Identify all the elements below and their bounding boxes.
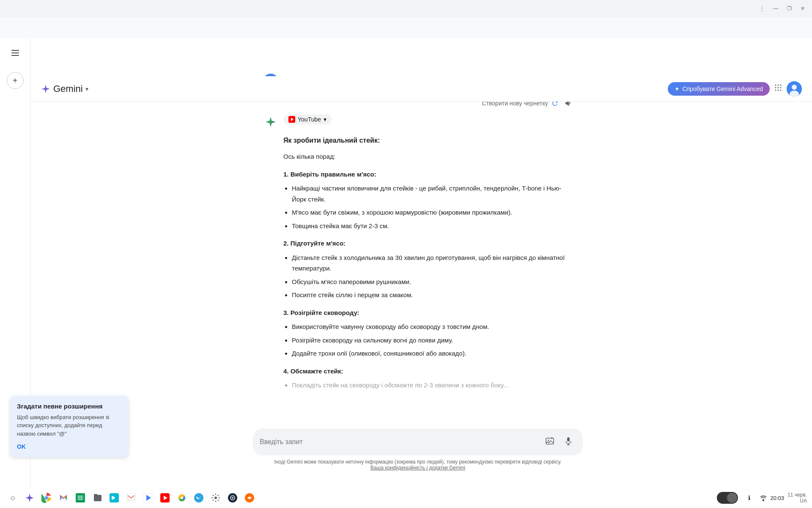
svg-point-49 bbox=[214, 497, 217, 499]
minimize-button[interactable]: — bbox=[770, 3, 782, 14]
taskbar-sheets-icon[interactable] bbox=[73, 490, 88, 505]
restore-button[interactable]: ❐ bbox=[783, 3, 795, 14]
plus-icon: + bbox=[13, 76, 18, 86]
list-item: Додайте трохи олії (оливкової, соняшнико… bbox=[292, 348, 573, 359]
query-input[interactable] bbox=[260, 438, 539, 446]
list-item: Обсушіть м'ясо паперовими рушниками. bbox=[292, 276, 573, 287]
taskbar-files-icon[interactable] bbox=[90, 490, 105, 505]
gemini-logo-icon bbox=[41, 84, 51, 94]
tooltip-title: Згадати певне розширення bbox=[17, 403, 122, 410]
gemini-logo[interactable]: Gemini ▾ bbox=[41, 83, 88, 94]
list-item: Найкращі частини яловичини для стейків -… bbox=[292, 183, 573, 204]
svg-rect-34 bbox=[77, 497, 83, 498]
taskbar-left: ○ bbox=[5, 490, 257, 505]
taskbar-status-area[interactable] bbox=[760, 494, 767, 501]
close-icon: ✕ bbox=[801, 6, 805, 11]
source-badge[interactable]: YouTube ▾ bbox=[283, 114, 332, 124]
gemini-response-icon bbox=[263, 114, 278, 130]
hamburger-button[interactable] bbox=[7, 45, 24, 62]
gemini-diamond-icon bbox=[265, 116, 277, 128]
hamburger-icon bbox=[11, 49, 19, 58]
user-avatar[interactable] bbox=[787, 81, 802, 97]
tooltip-popup: Згадати певне розширення Щоб швидко вибр… bbox=[10, 396, 129, 458]
taskbar-darkmode-toggle[interactable] bbox=[717, 492, 738, 504]
svg-rect-40 bbox=[112, 496, 113, 500]
taskbar-settings-icon[interactable] bbox=[208, 490, 223, 505]
image-icon bbox=[545, 436, 554, 448]
svg-point-9 bbox=[775, 90, 776, 91]
svg-rect-36 bbox=[79, 496, 80, 500]
list-item: М'ясо має бути свіжим, з хорошою мармуро… bbox=[292, 207, 573, 218]
section-3-heading: 3. Розігрійте сковороду: bbox=[283, 307, 573, 318]
list-item: Розігрійте сковороду на сильному вогні д… bbox=[292, 335, 573, 346]
list-item: Посипте стейк сіллю і перцем за смаком. bbox=[292, 290, 573, 301]
svg-point-3 bbox=[775, 85, 776, 86]
taskbar-search-button[interactable]: ○ bbox=[5, 490, 20, 505]
svg-point-6 bbox=[775, 87, 776, 88]
more-icon: ⋮ bbox=[760, 6, 765, 11]
image-upload-button[interactable] bbox=[542, 434, 557, 450]
svg-rect-35 bbox=[77, 499, 83, 500]
section-2-heading: 2. Підготуйте м'ясо: bbox=[283, 238, 573, 249]
section-2-list: Дістаньте стейк з холодильника за 30 хви… bbox=[283, 252, 573, 301]
svg-point-48 bbox=[194, 493, 203, 502]
svg-rect-20 bbox=[546, 438, 554, 444]
taskbar-play-icon[interactable] bbox=[140, 490, 156, 505]
tooltip-ok-button[interactable]: OK bbox=[17, 443, 26, 450]
taskbar-other-icon[interactable] bbox=[242, 490, 257, 505]
taskbar-notification-icon[interactable]: ℹ bbox=[741, 490, 757, 505]
section-1-list: Найкращі частини яловичини для стейків -… bbox=[283, 183, 573, 231]
gemini-dropdown-icon[interactable]: ▾ bbox=[85, 86, 88, 92]
svg-point-11 bbox=[780, 90, 782, 91]
svg-point-8 bbox=[780, 87, 782, 88]
svg-point-47 bbox=[181, 497, 183, 499]
main-content: Як зробити ідеальний стейк Створити нову… bbox=[30, 64, 805, 488]
svg-rect-24 bbox=[567, 437, 570, 442]
response-subtitle: Ось кілька порад: bbox=[283, 151, 573, 162]
taskbar-right: ℹ 20:03 11 черв. UA bbox=[717, 490, 807, 505]
privacy-link[interactable]: Ваша конфіденційність і додатки Gemini bbox=[370, 465, 465, 471]
response-text: Як зробити ідеальний стейк: Ось кілька п… bbox=[283, 135, 573, 391]
more-options-button[interactable]: ⋮ bbox=[756, 3, 768, 14]
section-4-heading: 4. Обсмажте стейк: bbox=[283, 366, 573, 377]
list-item: Товщина стейка має бути 2-3 см. bbox=[292, 221, 573, 232]
apps-grid-icon bbox=[774, 83, 782, 94]
microphone-icon bbox=[564, 436, 573, 448]
try-advanced-button[interactable]: ✦ Спробувати Gemini Advanced bbox=[668, 82, 770, 96]
svg-point-30 bbox=[45, 497, 48, 499]
svg-point-4 bbox=[778, 85, 779, 86]
svg-point-7 bbox=[778, 87, 779, 88]
new-chat-button[interactable]: + bbox=[7, 72, 24, 89]
taskbar-time: 20:03 bbox=[770, 495, 784, 501]
taskbar-youtube-icon[interactable] bbox=[157, 490, 173, 505]
input-box bbox=[253, 428, 583, 456]
svg-rect-0 bbox=[11, 50, 19, 51]
taskbar-gmail2-icon[interactable] bbox=[123, 490, 139, 505]
taskbar-chrome-icon[interactable] bbox=[39, 490, 54, 505]
close-button[interactable]: ✕ bbox=[797, 3, 809, 14]
taskbar-steam-icon[interactable] bbox=[225, 490, 240, 505]
conversation-wrapper: Як зробити ідеальний стейк Створити нову… bbox=[253, 74, 583, 394]
svg-point-21 bbox=[548, 439, 549, 441]
section-1-heading: 1. Виберіть правильне м'ясо: bbox=[283, 169, 573, 180]
taskbar-gmail-icon[interactable] bbox=[56, 490, 71, 505]
taskbar-gemini-icon[interactable] bbox=[22, 490, 37, 505]
microphone-button[interactable] bbox=[561, 434, 576, 450]
svg-rect-1 bbox=[11, 52, 19, 53]
try-advanced-label: Спробувати Gemini Advanced bbox=[682, 86, 763, 92]
source-badge-chevron: ▾ bbox=[324, 116, 326, 123]
gemini-response: YouTube ▾ Як зробити ідеальний стейк: Ос… bbox=[263, 114, 573, 394]
svg-rect-2 bbox=[11, 55, 19, 56]
taskbar-photos-icon[interactable] bbox=[174, 490, 189, 505]
svg-point-52 bbox=[232, 497, 233, 499]
window-frame: ⋮ — ❐ ✕ bbox=[0, 0, 812, 17]
list-item: Дістаньте стейк з холодильника за 30 хви… bbox=[292, 252, 573, 274]
sparkle-icon: ✦ bbox=[675, 86, 680, 92]
taskbar-meet-icon[interactable] bbox=[107, 490, 122, 505]
svg-point-13 bbox=[792, 85, 797, 90]
taskbar: ○ bbox=[0, 488, 812, 508]
wifi-icon bbox=[760, 494, 767, 501]
list-item: Покладіть стейк на сковороду і обсмажте … bbox=[292, 380, 573, 391]
taskbar-telegram-icon[interactable] bbox=[191, 490, 206, 505]
apps-button[interactable] bbox=[770, 80, 787, 97]
